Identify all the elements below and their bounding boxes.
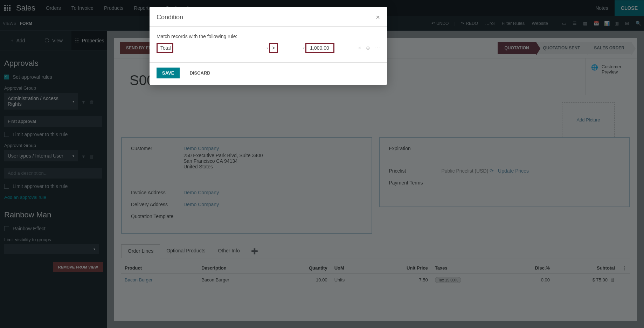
condition-value-input[interactable]: 1,000.00	[305, 43, 334, 53]
modal-instruction: Match records with the following rule:	[157, 34, 380, 39]
discard-button[interactable]: DISCARD	[185, 68, 215, 78]
condition-field-select[interactable]: Total	[157, 43, 173, 53]
remove-condition-icon[interactable]: ×	[358, 45, 361, 51]
condition-operator-value: >	[272, 45, 275, 51]
modal-title: Condition	[157, 14, 183, 21]
add-condition-icon[interactable]: ⊕	[366, 45, 370, 51]
condition-operator-select[interactable]: >	[269, 43, 278, 53]
condition-modal: Condition × Match records with the follo…	[150, 7, 387, 85]
caret-down-icon: ▾	[266, 46, 268, 50]
caret-down-icon: ▾	[303, 46, 305, 50]
modal-close-button[interactable]: ×	[376, 13, 380, 21]
more-condition-icon[interactable]: ⋯	[375, 45, 380, 51]
condition-row: Total ▾ > ▾ 1,000.00 × ⊕ ⋯	[157, 43, 380, 53]
condition-value-text: 1,000.00	[310, 45, 329, 51]
save-button[interactable]: SAVE	[157, 68, 180, 78]
condition-field-value: Total	[160, 45, 171, 51]
